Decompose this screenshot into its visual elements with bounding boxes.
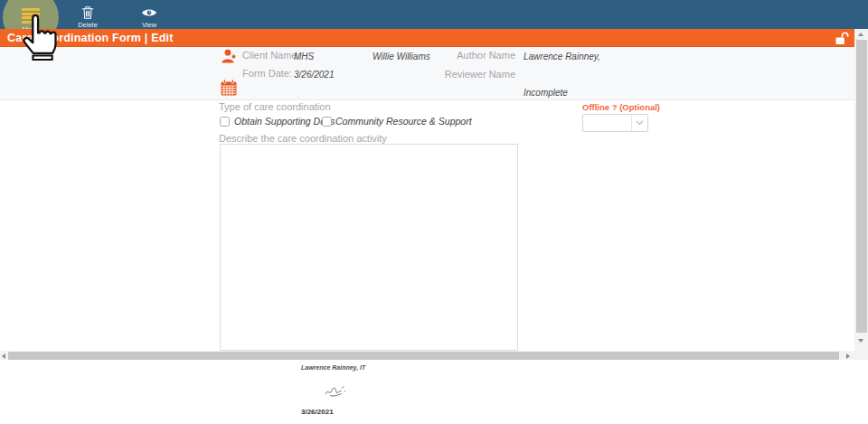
checkbox-label[interactable]: Community Resource & Support (335, 116, 472, 127)
offline-optional-label: Offline ? (Optional) (582, 102, 660, 112)
eye-icon (141, 7, 157, 18)
vertical-scrollbar[interactable] (854, 29, 868, 351)
trash-icon (80, 5, 95, 20)
hamburger-icon (22, 13, 40, 15)
scroll-up-arrow-icon[interactable] (858, 33, 863, 36)
person-add-icon (221, 48, 239, 66)
horizontal-scrollbar-thumb[interactable] (8, 352, 839, 360)
delete-button-label: Delete (68, 21, 108, 29)
app-window: Menu Delete View Care Coordination Form … (0, 0, 868, 424)
form-date-value[interactable]: 3/26/2021 (294, 70, 335, 80)
scroll-left-arrow-icon[interactable] (2, 353, 5, 359)
chevron-down-icon (636, 120, 644, 126)
client-id-value: MHS (294, 52, 314, 61)
page-title: Care Coordination Form | Edit (7, 32, 174, 44)
status-text: Incomplete (524, 88, 568, 98)
signature-date: 3/26/2021 (301, 408, 334, 416)
hamburger-icon (22, 8, 40, 11)
scroll-down-arrow-icon[interactable] (858, 339, 863, 343)
signed-by-text: Lawrence Rainney, IT (301, 364, 365, 371)
delete-button[interactable]: Delete (68, 2, 108, 29)
hamburger-icon (22, 21, 32, 24)
describe-activity-label: Describe the care coordination activity (219, 133, 387, 144)
menu-button[interactable]: Menu (11, 2, 51, 29)
client-name-label: Client Name: (242, 50, 300, 61)
vertical-scrollbar-thumb[interactable] (856, 40, 867, 333)
top-toolbar: Menu Delete View (0, 0, 868, 29)
form-date-label: Form Date: (242, 68, 292, 79)
author-name-value: Lawrence Rainney, (524, 52, 600, 61)
signature-footer: Lawrence Rainney, IT 3/26/2021 (0, 360, 868, 424)
calendar-icon[interactable] (220, 79, 238, 97)
hamburger-icon (22, 16, 40, 19)
signature-scribble (323, 382, 352, 400)
checkbox-obtain-supporting-docs[interactable] (220, 117, 230, 127)
author-name-label: Author Name (416, 50, 515, 61)
checkbox-label[interactable]: Obtain Supporting Docs (234, 116, 335, 127)
scroll-right-arrow-icon[interactable] (846, 353, 850, 359)
describe-activity-textarea[interactable] (220, 144, 518, 351)
horizontal-scrollbar[interactable] (0, 351, 854, 360)
unlock-icon[interactable] (834, 32, 850, 45)
scrollbar-corner (854, 351, 868, 360)
offline-dropdown[interactable] (582, 114, 648, 132)
checkbox-community-resource-support[interactable] (322, 117, 332, 127)
type-of-care-label: Type of care coordination (219, 101, 331, 112)
view-button-label: View (129, 21, 169, 29)
dropdown-chevron-zone[interactable] (631, 115, 647, 131)
form-title-bar: Care Coordination Form | Edit (0, 29, 854, 47)
view-button[interactable]: View (129, 2, 169, 29)
reviewer-name-label: Reviewer Name (416, 69, 515, 80)
